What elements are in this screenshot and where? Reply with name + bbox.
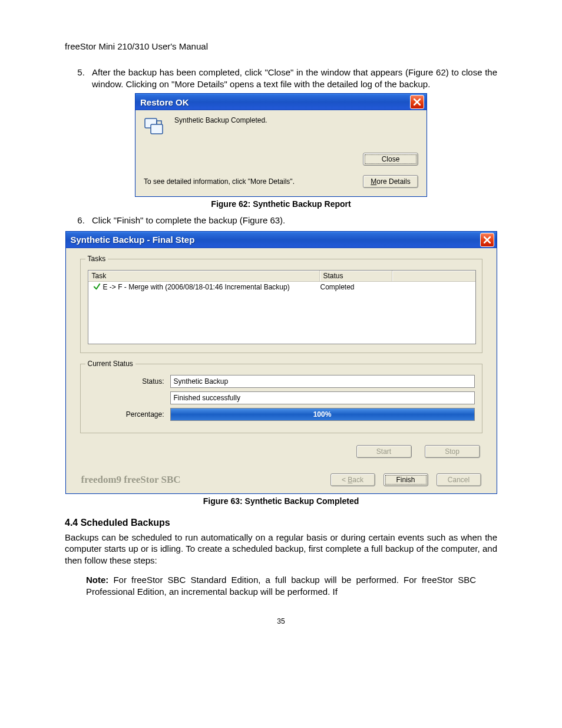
task-header-task[interactable]: Task bbox=[88, 271, 320, 281]
tasks-table: Task Status E -> F - Merge with (2006/08… bbox=[88, 270, 476, 344]
current-status-group: Current Status Status: Synthetic Backup … bbox=[80, 364, 482, 433]
svg-rect-1 bbox=[151, 124, 163, 134]
section-paragraph: Backups can be scheduled to run automati… bbox=[65, 532, 497, 566]
task-name: E -> F - Merge with (2006/08/18-01:46 In… bbox=[103, 283, 290, 291]
finish-button[interactable]: Finish bbox=[384, 473, 428, 486]
tasks-legend: Tasks bbox=[85, 255, 108, 263]
dialog-message: Synthetic Backup Completed. bbox=[174, 116, 267, 124]
checkmark-icon bbox=[93, 283, 101, 291]
close-button[interactable]: Close bbox=[363, 153, 418, 166]
status-field: Synthetic Backup bbox=[170, 375, 475, 388]
note-paragraph: Note: For freeStor SBC Standard Edition,… bbox=[86, 574, 476, 597]
close-icon[interactable] bbox=[480, 233, 494, 247]
back-button: < Back bbox=[330, 473, 375, 486]
start-button: Start bbox=[356, 445, 412, 458]
dialog-title: Synthetic Backup - Final Step bbox=[71, 235, 195, 245]
task-header-spacer bbox=[392, 271, 475, 281]
titlebar: Synthetic Backup - Final Step bbox=[66, 232, 497, 248]
section-heading: 4.4 Scheduled Backups bbox=[65, 518, 497, 528]
more-details-info: To see detailed information, click "More… bbox=[144, 177, 295, 186]
page-header: freeStor Mini 210/310 User's Manual bbox=[65, 41, 497, 51]
stop-button: Stop bbox=[425, 445, 480, 458]
page-number: 35 bbox=[65, 617, 497, 625]
figure-62-caption: Figure 62: Synthetic Backup Report bbox=[65, 199, 497, 209]
figure-63-caption: Figure 63: Synthetic Backup Completed bbox=[65, 496, 497, 506]
step-5: After the backup has been completed, cli… bbox=[87, 67, 497, 90]
dialog-title: Restore OK bbox=[140, 97, 189, 107]
current-status-legend: Current Status bbox=[85, 360, 135, 368]
restore-ok-dialog: Restore OK Synthetic Backup Completed. bbox=[135, 93, 427, 197]
close-icon[interactable] bbox=[410, 95, 424, 109]
titlebar: Restore OK bbox=[135, 94, 427, 110]
info-icon bbox=[144, 116, 165, 137]
note-label: Note: bbox=[86, 575, 108, 585]
progress-bar: 100% bbox=[170, 408, 475, 421]
step-6: Click "Finish" to complete the backup (F… bbox=[87, 215, 497, 226]
task-header-status[interactable]: Status bbox=[320, 271, 392, 281]
more-details-button[interactable]: More Details bbox=[363, 175, 418, 188]
status-field-2: Finished successfully bbox=[170, 391, 475, 404]
table-row[interactable]: E -> F - Merge with (2006/08/18-01:46 In… bbox=[88, 282, 475, 291]
status-label: Status: bbox=[88, 377, 170, 386]
cancel-button: Cancel bbox=[437, 473, 481, 486]
brand-label: freedom9 freeStor SBC bbox=[81, 474, 181, 486]
note-body: For freeStor SBC Standard Edition, a ful… bbox=[86, 575, 476, 597]
synthetic-backup-dialog: Synthetic Backup - Final Step Tasks Task… bbox=[65, 231, 497, 494]
tasks-group: Tasks Task Status E -> bbox=[80, 259, 482, 353]
percentage-label: Percentage: bbox=[88, 410, 170, 419]
task-status-cell: Completed bbox=[317, 283, 355, 291]
